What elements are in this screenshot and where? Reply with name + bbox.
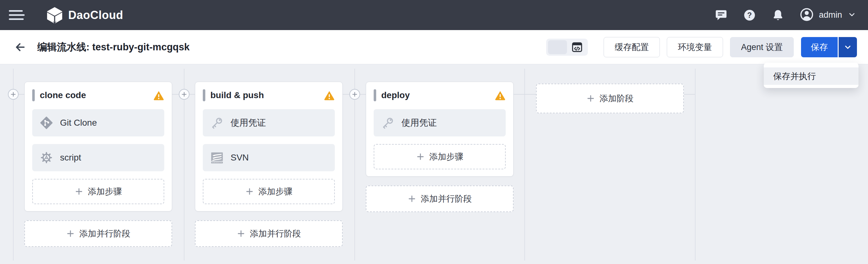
svn-icon: SUBVERSION <box>210 151 224 164</box>
add-step-button[interactable]: 添加步骤 <box>203 179 335 204</box>
step-row[interactable]: SUBVERSION SVN <box>203 144 335 171</box>
add-step-button[interactable]: 添加步骤 <box>374 144 506 169</box>
add-parallel-stage-label: 添加并行阶段 <box>79 228 130 239</box>
key-icon <box>210 116 224 129</box>
form-view-segment[interactable] <box>548 40 567 54</box>
stage-column: build & push 使用凭证 SUBVERSION SVN 添加步骤 <box>195 82 343 247</box>
stage-name[interactable]: clone code <box>40 90 148 100</box>
step-row[interactable]: script <box>32 144 164 171</box>
save-dropdown-toggle[interactable] <box>839 37 857 57</box>
warning-icon <box>495 90 506 101</box>
bell-icon[interactable] <box>771 8 785 22</box>
add-parallel-stage-button[interactable]: 添加并行阶段 <box>24 220 172 247</box>
gear-icon <box>40 151 53 164</box>
user-menu[interactable]: admin <box>800 8 857 23</box>
stage-column: deploy 使用凭证 添加步骤 添加并行阶段 <box>366 82 514 212</box>
column-divider <box>695 69 695 261</box>
add-step-button[interactable]: 添加步骤 <box>32 179 164 204</box>
arrow-left-icon <box>14 41 26 53</box>
menu-icon[interactable] <box>9 8 26 23</box>
plus-icon <box>245 187 254 196</box>
save-dropdown-menu: 保存并执行 <box>764 63 859 88</box>
warning-icon <box>324 90 335 101</box>
add-stage-label: 添加阶段 <box>599 93 633 104</box>
brand-name: DaoCloud <box>68 8 123 22</box>
daocloud-cube-icon <box>45 6 64 24</box>
add-parallel-stage-button[interactable]: 添加并行阶段 <box>195 220 343 247</box>
save-button[interactable]: 保存 <box>801 37 838 57</box>
env-vars-button[interactable]: 环境变量 <box>667 37 723 57</box>
back-button[interactable] <box>13 40 27 54</box>
user-name: admin <box>819 10 842 20</box>
plus-icon <box>66 229 75 238</box>
stage-card-deploy: deploy 使用凭证 添加步骤 <box>366 82 514 177</box>
add-step-label: 添加步骤 <box>88 186 122 197</box>
top-app-bar: DaoCloud ? admin <box>0 0 868 30</box>
step-row[interactable]: 使用凭证 <box>203 109 335 136</box>
drag-handle-icon[interactable] <box>203 89 205 101</box>
stage-column: clone code Git Clone script 添加步骤 <box>24 82 172 247</box>
plus-icon <box>10 91 17 98</box>
chat-icon[interactable] <box>714 8 728 22</box>
plus-icon <box>74 187 83 196</box>
stage-name[interactable]: deploy <box>381 90 490 100</box>
page-title: 编辑流水线: test-ruby-git-mcgqsk <box>37 41 189 54</box>
chevron-down-icon <box>843 43 852 52</box>
plus-icon <box>181 91 187 98</box>
add-step-label: 添加步骤 <box>258 186 292 197</box>
pipeline-toolbar: 编辑流水线: test-ruby-git-mcgqsk 缓存配置 环境变量 Ag… <box>0 30 868 64</box>
drag-handle-icon[interactable] <box>374 89 376 101</box>
step-row[interactable]: 使用凭证 <box>374 109 506 136</box>
stage-name[interactable]: build & push <box>210 90 319 100</box>
svg-text:?: ? <box>747 11 752 19</box>
add-parallel-stage-label: 添加并行阶段 <box>250 228 301 239</box>
warning-icon <box>153 90 164 101</box>
chevron-down-icon <box>847 10 857 21</box>
add-parallel-stage-label: 添加并行阶段 <box>421 193 472 205</box>
plus-icon <box>586 94 595 103</box>
help-icon[interactable]: ? <box>743 8 756 22</box>
stage-card-build-push: build & push 使用凭证 SUBVERSION SVN 添加步骤 <box>195 82 343 211</box>
pipeline-canvas: clone code Git Clone script 添加步骤 <box>0 64 868 264</box>
save-split-button: 保存 <box>801 37 857 57</box>
add-parallel-stage-button[interactable]: 添加并行阶段 <box>366 185 514 212</box>
insert-stage-before-button[interactable] <box>8 89 19 100</box>
cache-config-button[interactable]: 缓存配置 <box>603 37 660 57</box>
column-divider <box>524 69 525 261</box>
user-avatar-icon <box>800 8 814 23</box>
save-and-run-menu-item[interactable]: 保存并执行 <box>764 68 859 85</box>
add-step-label: 添加步骤 <box>429 151 463 162</box>
add-stage-button[interactable]: 添加阶段 <box>536 84 684 113</box>
key-icon <box>381 116 395 129</box>
agent-settings-button[interactable]: Agent 设置 <box>730 37 794 57</box>
plus-icon <box>416 152 425 161</box>
step-label: SVN <box>230 153 249 163</box>
step-label: 使用凭证 <box>230 117 266 129</box>
git-icon <box>40 116 53 129</box>
step-label: Git Clone <box>60 118 97 128</box>
step-label: script <box>60 153 81 163</box>
step-label: 使用凭证 <box>401 117 437 129</box>
view-mode-toggle[interactable] <box>546 38 588 56</box>
step-row[interactable]: Git Clone <box>32 109 164 136</box>
svn-badge-text: SUBVERSION <box>212 162 222 163</box>
insert-stage-between-button[interactable] <box>179 89 189 100</box>
plus-icon <box>407 194 416 203</box>
brand-logo: DaoCloud <box>45 6 123 24</box>
insert-stage-between-button[interactable] <box>349 89 360 100</box>
plus-icon <box>351 91 358 98</box>
drag-handle-icon[interactable] <box>32 89 35 101</box>
stage-card-clone-code: clone code Git Clone script 添加步骤 <box>24 82 172 211</box>
plus-icon <box>237 229 245 238</box>
code-view-icon[interactable] <box>568 39 586 55</box>
